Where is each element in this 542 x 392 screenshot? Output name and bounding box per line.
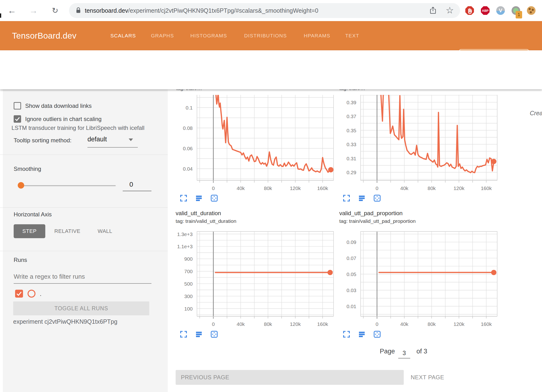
fit-to-data-icon[interactable] — [210, 194, 218, 202]
divider — [0, 208, 168, 208]
reload-icon[interactable]: ↻ — [48, 0, 62, 21]
tab-hparams[interactable]: HPARAMS — [304, 21, 330, 50]
svg-text:0.03: 0.03 — [346, 288, 356, 293]
svg-text:40k: 40k — [236, 185, 245, 191]
svg-text:0.06: 0.06 — [183, 146, 193, 151]
svg-text:0.31: 0.31 — [346, 156, 356, 161]
chart-tag: tag: train/valid_utt_duration — [176, 218, 236, 224]
svg-text:80k: 80k — [427, 185, 436, 191]
fullscreen-icon[interactable] — [180, 330, 187, 338]
brand-logo[interactable]: TensorBoard.dev — [12, 21, 76, 50]
svg-text:160k: 160k — [481, 185, 492, 191]
fullscreen-icon[interactable] — [343, 194, 350, 202]
fit-to-data-icon[interactable] — [210, 330, 218, 338]
chart-top-right: 0.390.370.350.330.310.29040k80k120k160k — [332, 95, 501, 194]
cookie-extension-icon[interactable] — [527, 6, 536, 15]
divider — [0, 155, 168, 155]
browser-toolbar: ← → ↻ ⌂ tensorboard.dev/experiment/cj2vt… — [0, 0, 542, 21]
show-download-checkbox[interactable] — [14, 102, 21, 110]
toggle-all-runs-button[interactable]: TOGGLE ALL RUNS — [13, 301, 149, 315]
page-label: Page — [380, 348, 395, 355]
svg-text:900: 900 — [184, 256, 193, 262]
settings-sidebar: Show data download links Ignore outliers… — [0, 89, 168, 392]
svg-text:1.1e+3: 1.1e+3 — [177, 244, 193, 249]
fullscreen-icon[interactable] — [180, 194, 187, 202]
svg-text:0: 0 — [376, 321, 379, 327]
tab-histograms[interactable]: HISTOGRAMS — [190, 21, 227, 50]
chart-tag: tag: train/valid_utt_pad_proportion — [339, 218, 416, 224]
tensorboard-navbar: TensorBoard.dev SCALARS GRAPHS HISTOGRAM… — [0, 21, 542, 50]
smoothing-value-input[interactable]: 0 — [123, 181, 151, 191]
svg-text:0.05: 0.05 — [346, 271, 356, 277]
share-icon[interactable] — [429, 6, 437, 16]
svg-text:0.04: 0.04 — [183, 166, 193, 172]
input-underline — [14, 283, 151, 284]
chart-title: valid_utt_duration — [176, 210, 221, 217]
tab-graphs[interactable]: GRAPHS — [151, 21, 174, 50]
bookmark-star-icon[interactable]: ☆ — [446, 5, 454, 16]
fit-to-data-icon[interactable] — [373, 194, 381, 202]
svg-text:80k: 80k — [427, 321, 436, 327]
runs-label: Runs — [14, 257, 27, 263]
runs-list-icon[interactable] — [195, 194, 203, 202]
svg-text:40k: 40k — [236, 321, 245, 327]
chart-top-left: 0.10.080.060.04040k80k120k160k — [168, 95, 337, 194]
page-number-input[interactable]: 3 — [398, 350, 410, 358]
svg-text:0.01: 0.01 — [346, 304, 356, 309]
chart-toolbar — [180, 330, 218, 338]
page-of-label: of 3 — [416, 348, 427, 355]
run-color-swatch[interactable] — [28, 290, 35, 298]
fit-to-data-icon[interactable] — [373, 330, 381, 338]
runs-list-icon[interactable] — [195, 330, 203, 338]
experiment-id-text: experiment cj2vtPiwQHKN9Q1tx6PTpg — [13, 318, 117, 325]
sidebar-gutter — [0, 89, 3, 392]
divider — [0, 251, 168, 251]
chart-title: valid_utt_pad_proportion — [339, 210, 403, 217]
extension-badge: 1 — [516, 11, 522, 18]
runs-list-icon[interactable] — [358, 194, 366, 202]
next-page-button[interactable]: NEXT PAGE — [411, 370, 444, 385]
svg-text:0: 0 — [212, 185, 215, 191]
ignore-outliers-label: Ignore outliers in chart scaling — [25, 116, 102, 122]
smoothing-slider-handle[interactable] — [18, 182, 24, 189]
svg-text:40k: 40k — [400, 321, 408, 327]
svg-text:160k: 160k — [317, 321, 328, 327]
experiment-title: LSTM transducer training for LibriSpeech… — [12, 125, 144, 131]
chart-toolbar — [343, 330, 381, 338]
svg-text:0.35: 0.35 — [346, 128, 356, 133]
lock-icon — [75, 7, 81, 14]
svg-text:120k: 120k — [290, 185, 301, 191]
chevron-down-icon[interactable] — [129, 138, 133, 141]
axis-wall-button[interactable]: WALL — [95, 224, 115, 238]
axis-step-button[interactable]: STEP — [14, 224, 45, 238]
fullscreen-icon[interactable] — [343, 330, 350, 338]
ignore-outliers-checkbox[interactable] — [14, 115, 21, 123]
forward-icon[interactable]: → — [27, 0, 40, 21]
back-icon[interactable]: ← — [5, 0, 19, 21]
run-checkbox[interactable] — [15, 290, 23, 298]
tab-scalars[interactable]: SCALARS — [110, 21, 136, 50]
svg-text:120k: 120k — [454, 321, 465, 327]
axis-relative-button[interactable]: RELATIVE — [52, 224, 83, 238]
chart-toolbar — [180, 194, 218, 202]
smoothing-label: Smoothing — [14, 166, 41, 172]
address-bar[interactable]: tensorboard.dev/experiment/cj2vtPiwQHKN9… — [69, 3, 460, 18]
svg-text:700: 700 — [184, 269, 193, 274]
svg-text:500: 500 — [184, 281, 193, 287]
abp-extension-icon[interactable]: ABP — [481, 6, 490, 15]
svg-text:300: 300 — [184, 294, 193, 299]
runs-list-icon[interactable] — [358, 330, 366, 338]
v-extension-icon[interactable]: V — [496, 6, 505, 15]
svg-text:0.09: 0.09 — [346, 239, 356, 245]
select-underline — [87, 147, 138, 148]
previous-page-button[interactable]: PREVIOUS PAGE — [176, 370, 404, 385]
svg-text:120k: 120k — [454, 185, 465, 191]
svg-text:0.39: 0.39 — [346, 100, 356, 105]
tab-distributions[interactable]: DISTRIBUTIONS — [244, 21, 287, 50]
tab-text[interactable]: TEXT — [345, 21, 359, 50]
tooltip-sorting-select[interactable]: default — [87, 136, 107, 143]
stop-hand-extension-icon[interactable] — [465, 6, 474, 15]
run-regex-input[interactable]: Write a regex to filter runs — [14, 273, 85, 280]
chart-toolbar — [343, 194, 381, 202]
smoothing-slider[interactable] — [19, 185, 116, 186]
